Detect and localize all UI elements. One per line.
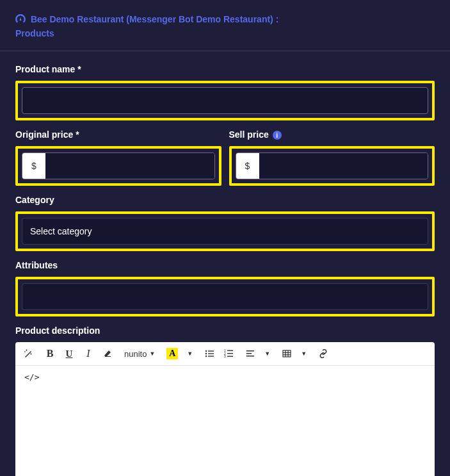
svg-rect-14 [246, 356, 254, 357]
align-icon[interactable] [245, 347, 255, 360]
price-wrapper: $ [22, 152, 215, 179]
editor-content: </> [24, 372, 39, 382]
unordered-list-icon[interactable] [204, 347, 214, 360]
chevron-down-icon[interactable]: ▼ [264, 350, 270, 357]
sell-price-label-text: Sell price [229, 129, 269, 140]
category-placeholder: Select category [30, 226, 92, 236]
page-header: Bee Demo Restaurant (Messenger Bot Demo … [0, 0, 450, 51]
breadcrumb-page[interactable]: Products [15, 28, 54, 38]
editor-toolbar: B U I nunito ▼ A ▼ [15, 342, 435, 366]
list-group: 123 [204, 347, 234, 360]
chevron-down-icon[interactable]: ▼ [187, 350, 193, 357]
category-select[interactable]: Select category [22, 218, 428, 245]
attributes-field: Attributes [15, 260, 435, 316]
svg-rect-5 [208, 356, 214, 356]
table-icon[interactable] [282, 347, 292, 360]
sell-price-input[interactable] [259, 153, 428, 179]
highlight-box: $ [15, 146, 221, 186]
link-icon[interactable] [318, 347, 328, 360]
product-name-field: Product name * [15, 64, 435, 120]
ordered-list-icon[interactable]: 123 [223, 347, 234, 360]
chevron-down-icon: ▼ [149, 350, 155, 357]
attributes-input[interactable] [22, 283, 428, 310]
font-family-dropdown[interactable]: nunito ▼ [124, 349, 155, 359]
italic-button[interactable]: I [83, 347, 93, 360]
format-group: B U I [45, 347, 113, 360]
underline-button[interactable]: U [64, 347, 74, 360]
product-name-input[interactable] [22, 87, 428, 114]
dashboard-icon [15, 13, 26, 27]
category-field: Category Select category [15, 195, 435, 251]
svg-rect-7 [227, 350, 233, 351]
description-label: Product description [15, 325, 435, 336]
price-wrapper: $ [236, 152, 429, 179]
currency-prefix: $ [236, 153, 259, 179]
currency-prefix: $ [22, 153, 45, 179]
highlight-box: Select category [15, 211, 435, 251]
svg-point-0 [205, 350, 207, 352]
text-color-button[interactable]: A [166, 348, 178, 359]
breadcrumb-store[interactable]: Bee Demo Restaurant (Messenger Bot Demo … [31, 14, 278, 24]
chevron-down-icon[interactable]: ▼ [301, 350, 307, 357]
original-price-label: Original price * [15, 129, 221, 140]
font-name: nunito [124, 349, 147, 359]
magic-wand-icon[interactable] [23, 347, 33, 360]
svg-rect-15 [283, 350, 291, 357]
highlight-box [15, 277, 435, 316]
editor-content-area[interactable]: </> [15, 366, 435, 476]
svg-rect-9 [227, 353, 233, 354]
original-price-input[interactable] [45, 153, 214, 179]
svg-rect-1 [208, 350, 214, 351]
svg-rect-12 [246, 350, 254, 352]
sell-price-label: Sell price i [229, 129, 435, 140]
original-price-field: Original price * $ [15, 129, 221, 186]
attributes-label: Attributes [15, 260, 435, 270]
rich-text-editor: B U I nunito ▼ A ▼ [15, 342, 435, 476]
eraser-icon[interactable] [102, 347, 113, 360]
svg-point-2 [205, 353, 207, 354]
svg-rect-13 [246, 353, 252, 354]
sell-price-field: Sell price i $ [229, 129, 435, 186]
product-name-label: Product name * [15, 64, 435, 74]
description-field: Product description B U I nunito ▼ [15, 325, 435, 476]
svg-text:3: 3 [224, 354, 226, 358]
highlight-box [15, 81, 435, 120]
category-label: Category [15, 195, 435, 205]
highlight-box: $ [229, 146, 435, 186]
svg-rect-3 [208, 353, 214, 354]
align-group: ▼ [245, 347, 270, 360]
color-group: A ▼ [166, 348, 193, 359]
bold-button[interactable]: B [45, 347, 55, 360]
breadcrumb: Bee Demo Restaurant (Messenger Bot Demo … [15, 13, 435, 40]
table-group: ▼ [282, 347, 307, 360]
svg-point-4 [205, 356, 207, 357]
svg-rect-11 [227, 356, 233, 357]
info-icon[interactable]: i [273, 131, 282, 140]
product-form: Product name * Original price * $ Sell p… [0, 51, 450, 476]
